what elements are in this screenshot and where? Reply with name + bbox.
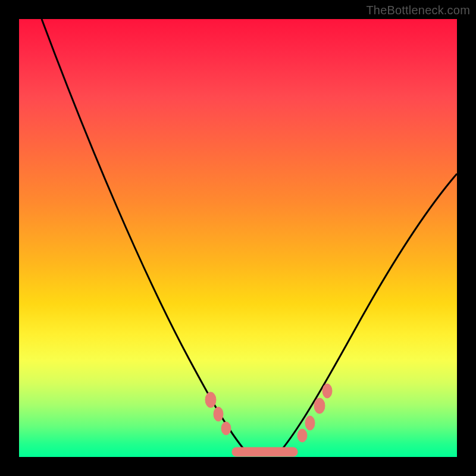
marker-dot (305, 416, 315, 430)
marker-dot (214, 407, 223, 421)
marker-dot (314, 398, 325, 414)
left-curve (42, 19, 246, 452)
watermark-text: TheBottleneck.com (366, 4, 470, 17)
marker-dot (205, 392, 216, 408)
right-curve (280, 174, 457, 452)
marker-dot (322, 384, 332, 398)
plot-area (19, 19, 457, 457)
marker-bar (232, 447, 298, 456)
curve-layer (19, 19, 457, 457)
marker-dot (221, 422, 231, 435)
marker-dot (298, 429, 307, 442)
chart-frame: TheBottleneck.com (0, 0, 476, 476)
